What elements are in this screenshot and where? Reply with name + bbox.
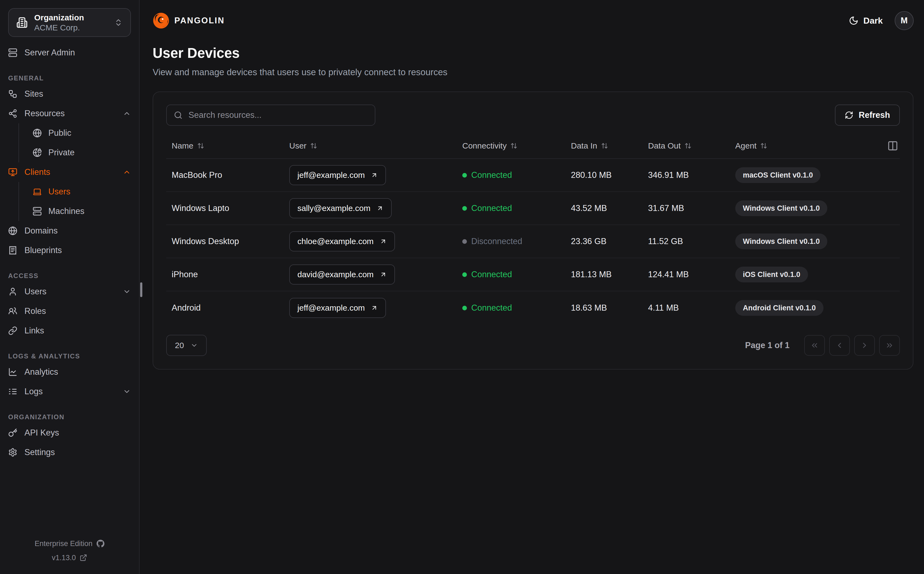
sidebar-item-public[interactable]: Public <box>33 123 131 143</box>
column-header-user[interactable]: User <box>284 141 457 150</box>
status-label: Connected <box>471 170 512 180</box>
table-row: Windows Desktop chloe@example.com Discon… <box>166 225 900 258</box>
sort-icon[interactable] <box>310 142 317 149</box>
sidebar-item-logs[interactable]: Logs <box>8 382 131 401</box>
agent-cell: Android Client v0.1.0 <box>730 300 900 316</box>
sidebar-item-label: Clients <box>24 167 116 177</box>
data-out-cell: 124.41 MB <box>643 270 730 279</box>
chevron-down-icon <box>123 287 131 296</box>
sidebar-item-users[interactable]: Users <box>8 282 131 301</box>
connectivity-cell: Connected <box>457 170 566 180</box>
refresh-button[interactable]: Refresh <box>835 104 900 126</box>
column-header-connectivity[interactable]: Connectivity <box>457 141 566 150</box>
chevron-down-icon <box>123 388 131 396</box>
laptop-icon <box>33 187 42 196</box>
avatar[interactable]: M <box>895 11 914 30</box>
topbar-right: Dark M <box>849 11 914 30</box>
prev-page-button[interactable] <box>829 335 850 356</box>
user-link-button[interactable]: sally@example.com <box>289 198 392 218</box>
user-link-button[interactable]: jeff@example.com <box>289 165 386 185</box>
globe-lock-icon <box>33 148 42 157</box>
search-input[interactable] <box>189 110 368 120</box>
arrow-up-right-icon <box>380 238 387 245</box>
sidebar-item-links[interactable]: Links <box>8 321 131 341</box>
status-dot <box>462 306 467 311</box>
theme-toggle[interactable]: Dark <box>849 16 883 26</box>
sidebar-item-roles[interactable]: Roles <box>8 301 131 321</box>
search-icon <box>174 111 183 120</box>
agent-cell: macOS Client v0.1.0 <box>730 167 900 183</box>
agent-badge: Windows Client v0.1.0 <box>735 233 827 249</box>
external-link-icon <box>80 554 87 561</box>
sidebar-item-blueprints[interactable]: Blueprints <box>8 241 131 260</box>
sidebar-item-label: Private <box>48 148 131 158</box>
brand[interactable]: PANGOLIN <box>153 12 225 29</box>
sort-icon[interactable] <box>601 142 608 149</box>
sidebar-item-clients[interactable]: Clients <box>8 162 131 182</box>
status-label: Connected <box>471 270 512 279</box>
sort-icon[interactable] <box>510 142 517 149</box>
status-badge: Disconnected <box>462 237 522 246</box>
columns-toggle-icon[interactable] <box>887 140 900 151</box>
sidebar-item-clients-users[interactable]: Users <box>33 182 131 202</box>
agent-cell: iOS Client v0.1.0 <box>730 266 900 282</box>
sort-icon[interactable] <box>197 142 204 149</box>
column-label: Data Out <box>648 141 681 150</box>
sort-icon[interactable] <box>684 142 692 149</box>
last-page-button[interactable] <box>879 335 900 356</box>
section-label-logs-analytics: LOGS & ANALYTICS <box>8 352 131 360</box>
status-badge: Connected <box>462 203 512 213</box>
sidebar-item-server-admin[interactable]: Server Admin <box>8 43 131 63</box>
status-dot <box>462 173 467 178</box>
sidebar-item-label: Public <box>48 128 131 138</box>
sidebar-item-sites[interactable]: Sites <box>8 84 131 104</box>
sidebar-item-analytics[interactable]: Analytics <box>8 362 131 382</box>
sidebar-item-machines[interactable]: Machines <box>33 202 131 221</box>
sidebar-nav: Server Admin GENERAL Sites Resources Pub… <box>8 43 131 462</box>
page-size-select[interactable]: 20 <box>166 335 207 356</box>
user-cell: david@example.com <box>284 265 457 285</box>
status-dot <box>462 239 467 244</box>
data-out-cell: 346.91 MB <box>643 170 730 180</box>
sidebar-item-label: Users <box>24 287 116 296</box>
sidebar-item-settings[interactable]: Settings <box>8 443 131 462</box>
users-icon <box>8 306 17 316</box>
globe-icon <box>8 226 17 235</box>
agent-badge: Windows Client v0.1.0 <box>735 200 827 216</box>
column-label: Name <box>172 141 193 150</box>
column-header-data-out[interactable]: Data Out <box>643 141 730 150</box>
device-name: MacBook Pro <box>166 170 284 180</box>
user-link-button[interactable]: david@example.com <box>289 265 395 285</box>
sidebar-item-private[interactable]: Private <box>33 143 131 162</box>
column-header-agent[interactable]: Agent <box>730 140 900 151</box>
sidebar-item-domains[interactable]: Domains <box>8 221 131 241</box>
user-link-button[interactable]: chloe@example.com <box>289 231 395 251</box>
gear-icon <box>8 448 17 457</box>
sidebar-item-resources[interactable]: Resources <box>8 104 131 123</box>
agent-badge: iOS Client v0.1.0 <box>735 266 808 282</box>
org-switcher-value: ACME Corp. <box>34 22 107 33</box>
devices-card: Refresh Name User Connectivity <box>153 91 913 369</box>
pangolin-logo <box>153 12 169 29</box>
org-switcher-text: Organization ACME Corp. <box>34 13 107 33</box>
scrollbar-thumb[interactable] <box>140 282 142 297</box>
column-label: User <box>289 141 306 150</box>
column-header-data-in[interactable]: Data In <box>566 141 643 150</box>
user-icon <box>8 287 17 296</box>
edition-label: Enterprise Edition <box>35 539 92 548</box>
arrow-up-right-icon <box>380 271 387 278</box>
sort-icon[interactable] <box>760 142 767 149</box>
user-link-button[interactable]: jeff@example.com <box>289 298 386 318</box>
table-row: Windows Lapto sally@example.com Connecte… <box>166 192 900 225</box>
org-switcher[interactable]: Organization ACME Corp. <box>8 8 131 37</box>
edition-link[interactable]: Enterprise Edition <box>8 536 131 550</box>
next-page-button[interactable] <box>854 335 875 356</box>
user-email: david@example.com <box>297 270 374 279</box>
chevrons-left-icon <box>810 341 819 350</box>
version-link[interactable]: v1.13.0 <box>8 550 131 565</box>
resources-subgroup: Public Private <box>19 123 131 162</box>
column-header-name[interactable]: Name <box>166 141 284 150</box>
sidebar-item-api-keys[interactable]: API Keys <box>8 423 131 443</box>
first-page-button[interactable] <box>804 335 825 356</box>
section-label-access: ACCESS <box>8 272 131 280</box>
